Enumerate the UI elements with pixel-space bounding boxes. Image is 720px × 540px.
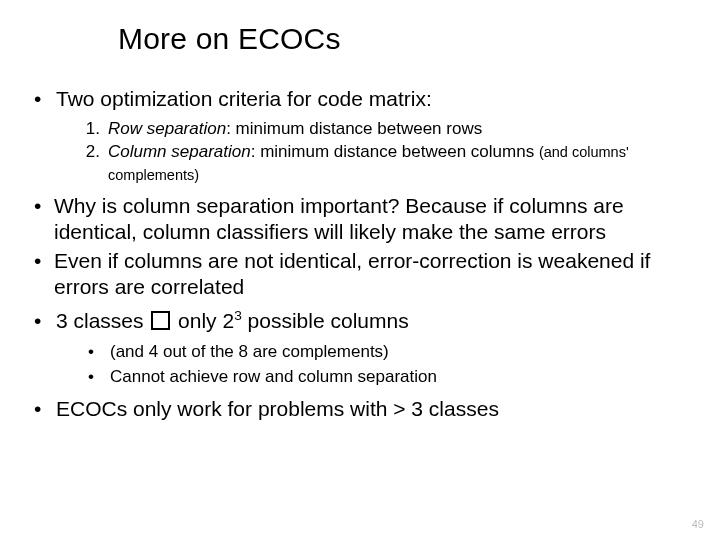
bullet-ecocs-only: • ECOCs only work for problems with > 3 … xyxy=(28,396,692,422)
bullet-dot-icon: • xyxy=(28,308,56,334)
term-rest: : minimum distance between rows xyxy=(226,119,482,138)
list-item: • Cannot achieve row and column separati… xyxy=(88,365,692,390)
term-column-separation: Column separation xyxy=(108,142,251,161)
bullet-why-important: • Why is column separation important? Be… xyxy=(28,193,692,246)
bullet-block: • Why is column separation important? Be… xyxy=(28,193,692,300)
numbered-list: 1. Row separation: minimum distance betw… xyxy=(80,118,692,187)
item-number: 1. xyxy=(80,118,108,141)
bullet-weakened: • Even if columns are not identical, err… xyxy=(28,248,692,301)
bullet-three-classes: • 3 classes only 23 possible columns xyxy=(28,308,692,334)
list-item: 1. Row separation: minimum distance betw… xyxy=(80,118,692,141)
page-number: 49 xyxy=(692,518,704,530)
bullet-text: ECOCs only work for problems with > 3 cl… xyxy=(56,396,692,422)
bullet-dot-icon: • xyxy=(88,365,110,390)
bullet-dot-icon: • xyxy=(28,193,54,246)
term-row-separation: Row separation xyxy=(108,119,226,138)
list-item: 2. Column separation: minimum distance b… xyxy=(80,141,692,187)
bullet-dot-icon: • xyxy=(28,86,56,112)
item-number: 2. xyxy=(80,141,108,187)
bullet-text: Why is column separation important? Beca… xyxy=(54,193,692,246)
bullet-dot-icon: • xyxy=(28,248,54,301)
slide-title: More on ECOCs xyxy=(118,22,692,56)
text-post: possible columns xyxy=(242,309,409,332)
sub-bullet-list: • (and 4 out of the 8 are complements) •… xyxy=(88,340,692,389)
slide: More on ECOCs • Two optimization criteri… xyxy=(0,0,720,540)
item-text: Row separation: minimum distance between… xyxy=(108,118,692,141)
item-text: Column separation: minimum distance betw… xyxy=(108,141,692,187)
list-item: • (and 4 out of the 8 are complements) xyxy=(88,340,692,365)
bullet-text: Two optimization criteria for code matri… xyxy=(56,86,692,112)
text-mid: only 2 xyxy=(172,309,234,332)
bullet-text: Even if columns are not identical, error… xyxy=(54,248,692,301)
item-text: Cannot achieve row and column separation xyxy=(110,365,692,390)
bullet-text: 3 classes only 23 possible columns xyxy=(56,308,692,334)
bullet-criteria: • Two optimization criteria for code mat… xyxy=(28,86,692,112)
term-rest: : minimum distance between columns xyxy=(251,142,539,161)
bullet-dot-icon: • xyxy=(88,340,110,365)
item-text: (and 4 out of the 8 are complements) xyxy=(110,340,692,365)
text-pre: 3 classes xyxy=(56,309,149,332)
missing-glyph-icon xyxy=(151,311,170,330)
bullet-dot-icon: • xyxy=(28,396,56,422)
superscript: 3 xyxy=(234,308,242,323)
